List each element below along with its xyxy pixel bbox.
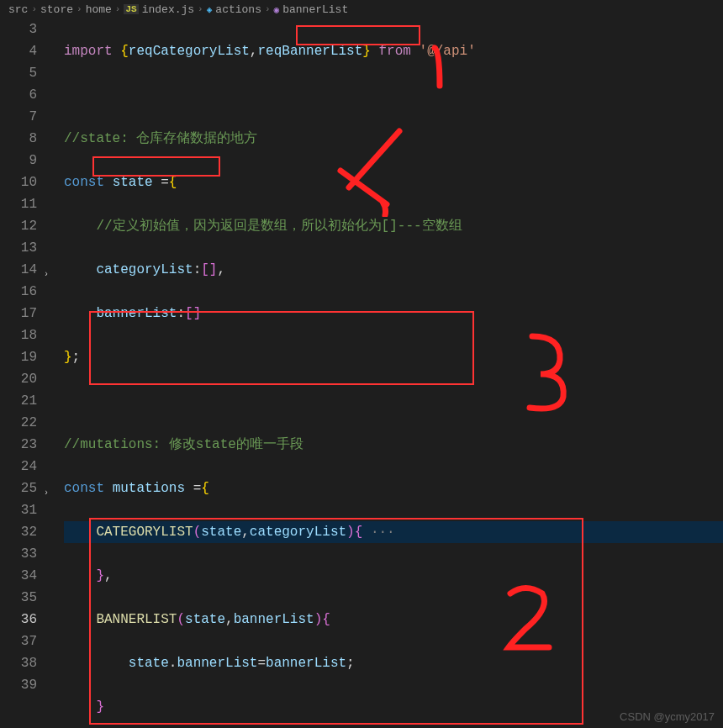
line-number: 31 xyxy=(0,499,37,521)
code-editor[interactable]: 3 4 5 6 7 8 9 10 11 12 13 14› 16 17 18 1… xyxy=(0,18,723,728)
line-number: 24 xyxy=(0,456,37,477)
line-number: 33 xyxy=(0,543,37,565)
crumb-symbol[interactable]: actions xyxy=(215,3,261,16)
crumb-folder[interactable]: src xyxy=(8,3,28,16)
line-number: 8 xyxy=(0,128,37,150)
line-number-gutter: 3 4 5 6 7 8 9 10 11 12 13 14› 16 17 18 1… xyxy=(0,18,52,728)
line-number: 34 xyxy=(0,565,37,587)
crumb-folder[interactable]: store xyxy=(40,3,73,16)
chevron-right-icon: › xyxy=(77,4,82,14)
line-number: 32 xyxy=(0,521,37,543)
line-number: 13 xyxy=(0,237,37,259)
line-number: 39 xyxy=(0,674,37,696)
line-number: 35 xyxy=(0,587,37,609)
line-number: 37 xyxy=(0,630,37,652)
line-number: 16 xyxy=(0,281,37,303)
fold-toggle-icon[interactable]: › xyxy=(44,264,49,286)
line-number: 38 xyxy=(0,652,37,674)
crumb-symbol[interactable]: bannerList xyxy=(282,3,348,16)
watermark: CSDN @ycmy2017 xyxy=(620,710,715,723)
chevron-right-icon: › xyxy=(115,4,121,14)
symbol-object-icon: ◈ xyxy=(207,4,213,15)
line-number: 23 xyxy=(0,434,37,456)
line-number: 18 xyxy=(0,324,37,346)
line-number: 17 xyxy=(0,303,37,324)
line-number: 6 xyxy=(0,84,37,106)
symbol-method-icon: ◉ xyxy=(274,4,280,15)
line-number: 11 xyxy=(0,193,37,215)
line-number: 3 xyxy=(0,18,37,40)
line-number: 7 xyxy=(0,106,37,128)
js-file-icon: JS xyxy=(124,4,138,14)
chevron-right-icon: › xyxy=(198,4,203,14)
line-number: 19 xyxy=(0,346,37,368)
line-number: 36 xyxy=(0,609,37,630)
breadcrumb: src› store› home› JS index.js› ◈ actions… xyxy=(0,0,723,18)
line-number: 22 xyxy=(0,412,37,434)
crumb-folder[interactable]: home xyxy=(86,3,112,16)
line-number: 12 xyxy=(0,215,37,237)
line-number: 10 xyxy=(0,171,37,193)
line-number: 20 xyxy=(0,368,37,390)
fold-toggle-icon[interactable]: › xyxy=(44,483,49,504)
line-number: 9 xyxy=(0,150,37,171)
line-number: 25› xyxy=(0,477,37,499)
line-number: 21 xyxy=(0,390,37,412)
line-number: 5 xyxy=(0,62,37,84)
line-number: 14› xyxy=(0,259,37,281)
line-number: 4 xyxy=(0,40,37,62)
chevron-right-icon: › xyxy=(265,4,271,14)
crumb-file[interactable]: index.js xyxy=(142,3,194,16)
code-content[interactable]: import {reqCategoryList,reqBannerList} f… xyxy=(52,18,723,728)
chevron-right-icon: › xyxy=(31,4,37,14)
